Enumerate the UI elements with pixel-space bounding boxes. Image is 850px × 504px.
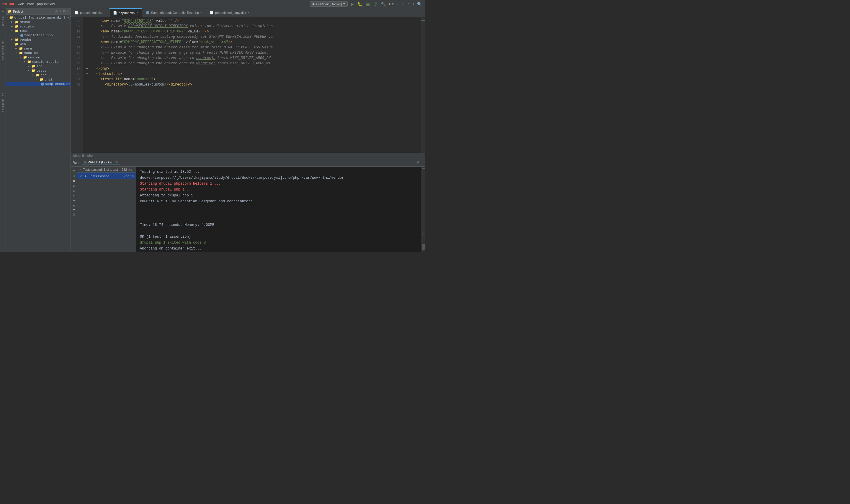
code-line-40: <directory>../modules/custom/</directory…: [86, 82, 417, 87]
collapse-icon[interactable]: ⇕: [59, 10, 62, 13]
coverage-button[interactable]: ▣: [365, 2, 370, 6]
sidebar-structure-icon[interactable]: 2: Structure: [1, 40, 5, 61]
bottom-tab-phpunit[interactable]: ▷ PHPUnit (Docker) ×: [82, 160, 120, 165]
modules-label: modules: [24, 51, 38, 55]
arrow-icon: ▾: [11, 42, 14, 46]
folder-icon: 📁: [15, 42, 19, 46]
tabs-bar: 📄 phpunit.xml.dist × 📄 phpunit.xml × ⬤ S…: [71, 8, 425, 17]
tab-sample-controller[interactable]: ⬤ SampleModuleControllerTest.php ×: [142, 8, 206, 17]
arrow-icon: ▶: [15, 47, 18, 50]
arrow-icon: ▶: [11, 20, 14, 23]
search-icon[interactable]: 🔍: [416, 2, 423, 6]
tab-label: phpunit.xml_copy.dist: [215, 11, 246, 15]
bottom-tab-close[interactable]: ×: [116, 160, 118, 164]
tree-drush[interactable]: ▶ 📁 drush: [6, 20, 71, 24]
src-tests-label: src: [40, 73, 47, 77]
stop-button[interactable]: ■: [73, 179, 75, 183]
tab-phpunit-xml[interactable]: 📄 phpunit.xml ×: [109, 8, 142, 17]
tree-vendor[interactable]: ▶ 📁 vendor: [6, 37, 71, 42]
settings-icon[interactable]: ⚙: [63, 10, 66, 13]
settings-icon[interactable]: ⚙: [417, 160, 419, 165]
code-line-37: ◆ </php>: [86, 66, 417, 71]
debug-button[interactable]: 🐛: [357, 2, 363, 6]
tree-tests[interactable]: ▾ 📁 tests: [6, 68, 71, 73]
folder-icon: 📁: [15, 20, 19, 24]
project-title: Project: [13, 10, 23, 13]
tab-close-icon[interactable]: ×: [248, 11, 249, 14]
play-button[interactable]: ▶: [73, 168, 75, 173]
minimize-icon[interactable]: −: [421, 160, 423, 165]
tab-phpunit-dist[interactable]: 📄 phpunit.xml.dist ×: [71, 8, 109, 17]
up-nav-button[interactable]: ▲: [73, 204, 75, 207]
tree-sample-module[interactable]: ▾ 📁 sample_module: [6, 59, 71, 64]
tree-test[interactable]: ▾ 📁 test: [6, 29, 71, 33]
code-editor[interactable]: <env name="SIMPLETEST_DB" value="" /> <!…: [83, 17, 421, 153]
editor-content: 2829303132 3334353637 383940 <env name="…: [71, 17, 421, 153]
run-button[interactable]: ▶: [350, 2, 354, 6]
term-line-9: [140, 216, 417, 222]
profile-button[interactable]: ⏱: [373, 2, 378, 6]
project-header-icons: ◎ ⇕ ⚙ ×: [55, 10, 69, 13]
git-forward: ↪: [412, 2, 414, 6]
tree-web[interactable]: ▾ 📁 web: [6, 42, 71, 46]
tree-custom[interactable]: ▾ 📁 custom: [6, 55, 71, 59]
test-all-passed[interactable]: ✓ All Tests Passed 232 ms: [77, 173, 136, 179]
term-line-14: Aborting on container exit...: [140, 246, 417, 252]
folder-icon: 📁: [15, 38, 19, 41]
tree-sampletest[interactable]: ⬤ SampleTest.php: [6, 33, 71, 37]
code-line-33: <!-- Example for changing the driver cla…: [86, 45, 417, 50]
folder-icon: 📁: [8, 10, 12, 13]
code-line-29: <!-- Example BROWSERTEST_OUTPUT_DIRECTOR…: [86, 23, 417, 29]
editor-area: 📄 phpunit.xml.dist × 📄 phpunit.xml × ⬤ S…: [71, 8, 425, 252]
tab-phpunit-copy[interactable]: 📄 phpunit.xml_copy.dist ×: [206, 8, 253, 17]
down-nav-button[interactable]: ▼: [73, 208, 75, 212]
sidebar-left: 1: Project 2: Structure 2: Favorites: [0, 8, 6, 252]
tab-close-icon[interactable]: ×: [137, 11, 139, 15]
sort-button[interactable]: ⇅: [73, 184, 75, 188]
top-menu: web core phpunit.xml: [18, 2, 55, 6]
gutter-37: ◆: [86, 66, 91, 71]
sidebar-favorites-icon[interactable]: 2: Favorites: [1, 92, 5, 113]
right-scroll-gutter[interactable]: [421, 17, 425, 153]
term-line-12: OK (1 test, 1 assertion): [140, 234, 417, 240]
locate-icon[interactable]: ◎: [55, 10, 58, 13]
tab-close-icon[interactable]: ×: [104, 11, 106, 14]
tab-close-icon[interactable]: ×: [201, 11, 202, 14]
close-icon[interactable]: ×: [67, 10, 69, 13]
tree-scripts[interactable]: ▶ 📁 scripts: [6, 24, 71, 29]
breadcrumb-bar: phpunit › php: [71, 153, 425, 158]
breadcrumb-phpunit: phpunit: [73, 154, 84, 157]
collapse-button[interactable]: ⇔: [73, 198, 75, 202]
bottom-tab-icon: ▷: [84, 160, 86, 164]
bottom-panel-actions: ⚙ −: [417, 160, 423, 165]
bottom-panel: Run: ▷ PHPUnit (Docker) × ⚙ − ▶ ↺ ■ ⇅: [71, 158, 425, 252]
rerun-button[interactable]: ↺: [73, 174, 75, 178]
filter-button[interactable]: ⇳: [73, 189, 75, 193]
code-line-30: <env name="BROWSERTEST_OUTPUT_DIRECTORY"…: [86, 29, 417, 34]
tree-src-tests[interactable]: ▾ 📁 src: [6, 73, 71, 77]
menu-core[interactable]: core: [27, 2, 34, 6]
expand-button[interactable]: ⇕: [73, 194, 75, 198]
tree-core[interactable]: ▶ 📁 core: [6, 46, 71, 51]
sidebar-project-icon[interactable]: 1: Project: [1, 10, 5, 28]
menu-phpunit[interactable]: phpunit.xml: [37, 2, 55, 6]
export-button[interactable]: ⎘: [73, 213, 75, 216]
build-button[interactable]: 🔨: [380, 2, 387, 6]
main-layout: 1: Project 2: Structure 2: Favorites 📁 P…: [0, 8, 425, 252]
code-line-31: <!-- To disable deprecation testing comp…: [86, 34, 417, 39]
folder-icon: 📁: [19, 51, 23, 55]
tree-unit[interactable]: ▾ 📁 Unit: [6, 77, 71, 82]
run-config-selector[interactable]: ▶ PHPUnit (Docker) ▾: [310, 1, 347, 7]
tree-src-top[interactable]: ▶ 📁 src: [6, 64, 71, 68]
editor-main-row: 2829303132 3334353637 383940 <env name="…: [71, 17, 425, 153]
terminal-output: Testing started at 13:52 ... docker-comp…: [136, 167, 421, 252]
tree-modules[interactable]: ▾ 📁 modules: [6, 51, 71, 55]
tree-root[interactable]: ▾ 📁 drupal [my_site_name_dir] ~/study/dr…: [6, 15, 71, 20]
code-line-32: <env name="SYMFONY_DEPRECATIONS_HELPER" …: [86, 39, 417, 45]
bottom-tab-label: PHPUnit (Docker): [88, 160, 113, 164]
tree-sample-controller-test[interactable]: ⬤ SampleModuleControllerTest.php: [6, 82, 71, 86]
bottom-right-scroll[interactable]: [421, 167, 425, 252]
menu-web[interactable]: web: [18, 2, 24, 6]
top-bar: drupal web core phpunit.xml ▶ PHPUnit (D…: [0, 0, 425, 8]
tab-label: phpunit.xml: [119, 11, 135, 15]
